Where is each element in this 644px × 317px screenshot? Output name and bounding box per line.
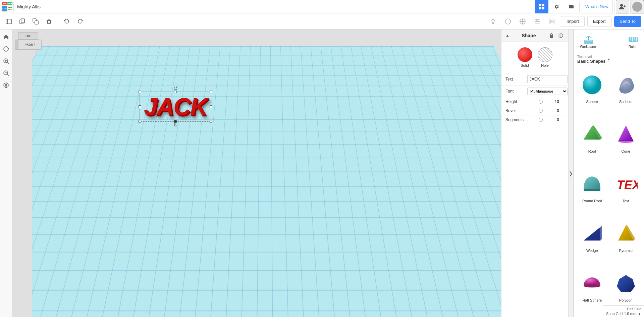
zoom-in-button[interactable]: [1, 56, 11, 66]
import-button[interactable]: Import: [561, 16, 585, 27]
svg-point-20: [505, 19, 511, 24]
user-avatar[interactable]: [631, 0, 644, 13]
svg-rect-3: [8, 9, 10, 10]
send-to-button[interactable]: Send To: [614, 16, 641, 27]
hole-label: Hole: [541, 63, 549, 67]
whats-new-button[interactable]: What's New: [581, 0, 613, 13]
svg-point-56: [583, 75, 601, 94]
svg-rect-2: [10, 7, 12, 8]
segments-input[interactable]: [544, 117, 564, 122]
duplicate-button[interactable]: [30, 15, 42, 28]
toolbar: Import Export Send To: [0, 13, 644, 30]
grid-view-button[interactable]: [535, 0, 548, 13]
add-user-button[interactable]: [616, 0, 629, 13]
shape-item-roof[interactable]: Roof: [577, 118, 608, 165]
wedge-label: Wedge: [586, 249, 598, 253]
hole-option[interactable]: Hole: [538, 47, 552, 67]
rotate-bottom-handle[interactable]: ↻: [173, 122, 178, 128]
view-cube[interactable]: TOP FRONT: [12, 30, 37, 68]
height-input[interactable]: [544, 99, 564, 104]
svg-rect-47: [585, 40, 592, 41]
handle-rm[interactable]: [210, 105, 212, 108]
handle-tm[interactable]: [174, 91, 177, 93]
shapes-category: Tinkercad Basic Shapes ▾: [574, 53, 644, 66]
handle-tr[interactable]: [210, 91, 212, 93]
shape-item-scribble[interactable]: Scribble: [610, 69, 642, 116]
edit-grid-button[interactable]: Edit Grid: [627, 307, 641, 311]
bevel-prop-label: Bevel: [505, 108, 527, 113]
folder-button[interactable]: [565, 0, 578, 13]
lightbulb-tool[interactable]: [487, 15, 499, 28]
logo-icon: [7, 6, 12, 11]
font-property-row: Font Multilanguage Sans Serif Serif: [501, 85, 568, 97]
shape-item-text[interactable]: TEXT Text: [610, 168, 642, 215]
text-object[interactable]: ↺ ↻ JACK: [140, 92, 211, 122]
lock-icon[interactable]: [548, 32, 555, 39]
text-input[interactable]: [527, 75, 568, 83]
svg-rect-8: [542, 7, 544, 9]
half-sphere-label: Half Sphere: [582, 298, 602, 302]
shape-item-round-roof[interactable]: Round Roof: [577, 168, 608, 215]
text-property-row: Text: [501, 73, 568, 85]
svg-rect-15: [35, 21, 38, 24]
handle-tl[interactable]: [139, 91, 141, 93]
svg-rect-4: [10, 9, 12, 10]
height-circle-handle[interactable]: [539, 100, 543, 104]
copy-workspace-button[interactable]: [16, 15, 28, 28]
mirror-tool[interactable]: [546, 15, 558, 28]
shape-item-half-sphere[interactable]: Half Sphere: [577, 267, 608, 314]
bevel-input[interactable]: [544, 108, 564, 113]
svg-point-44: [560, 35, 561, 35]
snap-grid-value[interactable]: 1.0 mm: [624, 312, 636, 316]
handle-lm[interactable]: [139, 105, 141, 108]
svg-line-35: [7, 62, 9, 64]
snap-grid-arrow[interactable]: ▲: [638, 312, 641, 316]
shape-panel-header: ▲ Shape: [501, 30, 568, 42]
shape-item-pyramid[interactable]: Pyramid: [610, 218, 642, 265]
workplane-tool[interactable]: Workplane: [577, 32, 599, 50]
scribble-label: Scribble: [619, 100, 633, 104]
cone-label: Cone: [622, 149, 630, 153]
home-nav-button[interactable]: [1, 32, 11, 42]
solid-option[interactable]: Solid: [518, 47, 532, 67]
shape-item-cone[interactable]: Cone: [610, 118, 642, 165]
panel-collapse-arrow[interactable]: ❯: [568, 30, 574, 317]
svg-marker-64: [584, 225, 602, 241]
bevel-circle-handle[interactable]: [539, 109, 543, 113]
ruler-tool[interactable]: Ruler: [625, 32, 641, 50]
export-button[interactable]: Export: [587, 16, 611, 27]
solid-circle: [518, 47, 532, 62]
undo-button[interactable]: [61, 15, 73, 28]
wrench-button[interactable]: [550, 0, 563, 13]
redo-button[interactable]: [74, 15, 86, 28]
svg-rect-61: [584, 189, 600, 191]
height-property-row: Height: [501, 97, 568, 106]
font-select[interactable]: Multilanguage Sans Serif Serif: [527, 88, 568, 95]
workplane-tool-label: Workplane: [580, 45, 596, 49]
logo-ker: KER: [7, 2, 12, 5]
segments-circle-handle[interactable]: [539, 118, 543, 122]
circle-cross-tool[interactable]: [517, 15, 529, 28]
shape-item-wedge[interactable]: Wedge: [577, 218, 608, 265]
align-tool[interactable]: [531, 15, 543, 28]
rotate-nav-button[interactable]: [1, 44, 11, 54]
info-icon[interactable]: [557, 32, 564, 39]
app-title: Mighty Allis: [14, 4, 44, 9]
pyramid-thumbnail: [612, 220, 639, 247]
delete-button[interactable]: [43, 15, 55, 28]
new-workspace-button[interactable]: [3, 15, 15, 28]
svg-point-9: [620, 4, 623, 7]
solid-label: Solid: [521, 63, 529, 67]
category-dropdown-arrow[interactable]: ▾: [608, 57, 610, 62]
svg-rect-11: [7, 19, 11, 24]
panel-collapse-button[interactable]: ▲: [505, 33, 509, 38]
handle-bl[interactable]: [139, 120, 141, 123]
canvas-area[interactable]: Workplane ↺ ↻ JACK: [12, 30, 501, 317]
shape-outline-tool[interactable]: [502, 15, 514, 28]
handle-br[interactable]: [210, 120, 212, 123]
text-shape-thumbnail: TEXT: [612, 171, 639, 198]
zoom-out-button[interactable]: [1, 68, 11, 78]
shape-item-sphere[interactable]: Sphere: [577, 69, 608, 116]
ruler-tool-label: Ruler: [629, 45, 637, 49]
compass-button[interactable]: [1, 81, 11, 90]
